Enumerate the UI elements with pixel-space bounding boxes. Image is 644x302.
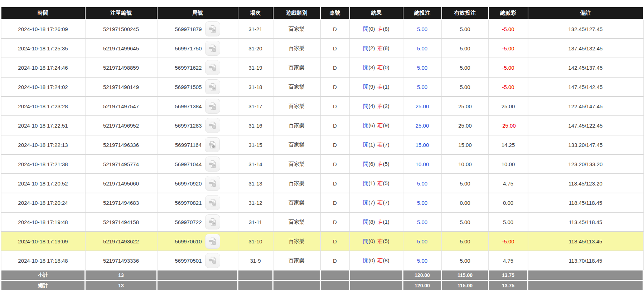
cell-valid-bet: 5.00 (442, 39, 489, 58)
table-row[interactable]: 2024-10-18 17:24:46 521971498859 5699716… (1, 58, 643, 77)
cell-time: 2024-10-18 17:25:35 (1, 39, 85, 58)
table-row[interactable]: 2024-10-18 17:22:13 521971496336 5699711… (1, 135, 643, 154)
cell-game-type: 百家樂 (273, 174, 320, 193)
cell-bet-id: 521971499645 (85, 39, 157, 58)
cell-empty (350, 270, 403, 281)
cell-game-type: 百家樂 (273, 193, 320, 212)
cell-total-bet: 5.00 (403, 212, 442, 232)
round-id-text: 569971622 (175, 65, 202, 71)
cell-game-type: 百家樂 (273, 39, 320, 58)
cell-valid-bet: 5.00 (442, 232, 489, 251)
cell-total-payout: 25.00 (489, 96, 528, 116)
cell-total-bet: 10.00 (403, 154, 442, 174)
grand-total-valid-bet: 115.00 (442, 281, 489, 291)
banker-result-value: (7) (383, 199, 389, 206)
cell-bet-id: 521971494683 (85, 193, 157, 212)
cell-bet-id: 521971493336 (85, 251, 157, 270)
cell-total-bet: 5.00 (403, 19, 442, 39)
cell-result: 閒(1)莊(5) (350, 174, 403, 193)
cell-round-id: 569971505 (157, 77, 238, 96)
video-replay-button[interactable] (205, 234, 220, 249)
table-row[interactable]: 2024-10-18 17:20:24 521971494683 5699708… (1, 193, 643, 212)
banker-result-value: (9) (383, 122, 389, 128)
banker-result-label: 莊 (378, 64, 383, 70)
video-replay-icon (208, 217, 217, 227)
cell-session: 31-16 (238, 116, 273, 135)
cell-empty (238, 270, 273, 281)
video-replay-button[interactable] (205, 41, 220, 56)
cell-remark: 147.45/142.45 (528, 77, 643, 96)
video-replay-button[interactable] (205, 253, 220, 268)
table-row[interactable]: 2024-10-18 17:21:38 521971495774 5699710… (1, 154, 643, 174)
round-id-text: 569971879 (175, 26, 202, 32)
col-header-result: 結果 (350, 7, 403, 19)
cell-game-type: 百家樂 (273, 116, 320, 135)
video-replay-icon (208, 63, 217, 72)
banker-result-value: (5) (383, 238, 389, 244)
cell-total-bet: 5.00 (403, 251, 442, 270)
cell-game-type: 百家樂 (273, 232, 320, 251)
banker-result-label: 莊 (378, 84, 383, 90)
cell-result: 閒(0)莊(8) (350, 251, 403, 270)
cell-table-no: D (320, 39, 350, 58)
table-row[interactable]: 2024-10-18 17:26:09 521971500245 5699718… (1, 19, 643, 39)
cell-total-bet: 5.00 (403, 77, 442, 96)
cell-total-bet: 5.00 (403, 39, 442, 58)
video-replay-button[interactable] (205, 157, 220, 172)
cell-valid-bet: 5.00 (442, 77, 489, 96)
player-result-label: 閒 (363, 257, 368, 263)
table-row[interactable]: 2024-10-18 17:22:51 521971496952 5699712… (1, 116, 643, 135)
banker-result-value: (8) (383, 45, 389, 51)
banker-result-label: 莊 (378, 142, 383, 148)
banker-result-value: (7) (383, 142, 389, 148)
col-header-total-payout: 總派彩 (489, 7, 528, 19)
cell-session: 31-18 (238, 77, 273, 96)
video-replay-button[interactable] (205, 214, 220, 229)
banker-result-label: 莊 (378, 122, 383, 128)
table-row[interactable]: 2024-10-18 17:19:48 521971494158 5699707… (1, 212, 643, 232)
table-row[interactable]: 2024-10-18 17:23:28 521971497547 5699713… (1, 96, 643, 116)
cell-total-payout: 0.00 (489, 193, 528, 212)
video-replay-button[interactable] (205, 137, 220, 152)
cell-total-bet: 15.00 (403, 135, 442, 154)
cell-result: 閒(0)莊(5) (350, 232, 403, 251)
cell-empty (528, 270, 643, 281)
video-replay-button[interactable] (205, 99, 220, 114)
round-id-text: 569970920 (175, 180, 202, 187)
round-id-text: 569970610 (175, 238, 202, 244)
subtotal-label: 小計 (1, 270, 85, 281)
table-row[interactable]: 2024-10-18 17:24:02 521971498149 5699715… (1, 77, 643, 96)
cell-bet-id: 521971498859 (85, 58, 157, 77)
video-replay-button[interactable] (205, 21, 220, 36)
table-row[interactable]: 2024-10-18 17:18:48 521971493336 5699705… (1, 251, 643, 270)
video-replay-button[interactable] (205, 60, 220, 75)
cell-session: 31-17 (238, 96, 273, 116)
col-header-table-no: 桌號 (320, 7, 350, 19)
cell-game-type: 百家樂 (273, 19, 320, 39)
cell-remark: 113.45/118.45 (528, 212, 643, 232)
table-row[interactable]: 2024-10-18 17:19:09 521971493622 5699706… (1, 232, 643, 251)
banker-result-label: 莊 (378, 103, 383, 109)
cell-game-type: 百家樂 (273, 77, 320, 96)
video-replay-button[interactable] (205, 118, 220, 133)
table-row[interactable]: 2024-10-18 17:25:35 521971499645 5699717… (1, 39, 643, 58)
cell-empty (350, 281, 403, 291)
banker-result-label: 莊 (378, 161, 383, 167)
video-replay-button[interactable] (205, 195, 220, 210)
video-replay-button[interactable] (205, 79, 220, 94)
round-id-text: 569971384 (175, 103, 202, 109)
bet-history-page: 時間 注單編號 局號 場次 遊戲類別 桌號 結果 總投注 有效投注 總派彩 備註… (0, 0, 644, 302)
cell-session: 31-20 (238, 39, 273, 58)
player-result-label: 閒 (363, 142, 368, 148)
video-replay-button[interactable] (205, 176, 220, 191)
cell-total-payout: -5.00 (489, 77, 528, 96)
cell-total-payout: 5.00 (489, 212, 528, 232)
cell-remark: 147.45/122.45 (528, 116, 643, 135)
cell-remark: 113.70/118.45 (528, 251, 643, 270)
grand-total-label: 總計 (1, 281, 85, 291)
round-id-text: 569971044 (175, 161, 202, 167)
subtotal-total-bet: 120.00 (403, 270, 442, 281)
cell-bet-id: 521971495060 (85, 174, 157, 193)
table-row[interactable]: 2024-10-18 17:20:52 521971495060 5699709… (1, 174, 643, 193)
cell-session: 31-10 (238, 232, 273, 251)
